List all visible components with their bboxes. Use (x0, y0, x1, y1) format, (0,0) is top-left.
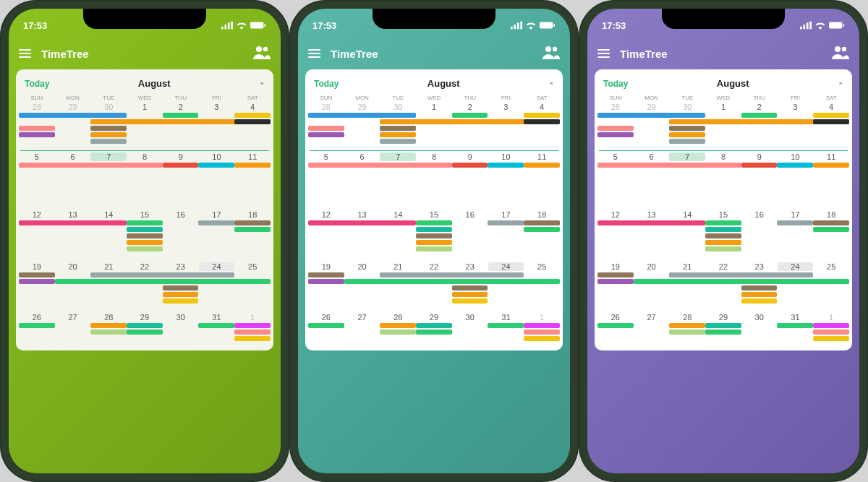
event-bar[interactable] (380, 330, 416, 335)
today-button[interactable]: Today (25, 79, 49, 89)
event-bar[interactable] (524, 336, 560, 341)
event-bar[interactable] (234, 119, 271, 124)
event-bar[interactable] (163, 285, 199, 291)
date-cell[interactable]: 25 (813, 262, 849, 271)
date-cell[interactable]: 2 (163, 103, 199, 111)
people-icon[interactable] (253, 45, 271, 62)
date-cell[interactable]: 28 (380, 313, 416, 322)
date-cell[interactable]: 19 (597, 262, 634, 271)
event-bar[interactable] (669, 330, 705, 335)
event-bar[interactable] (524, 323, 560, 328)
event-bar[interactable] (669, 132, 705, 137)
date-cell[interactable]: 15 (705, 210, 741, 219)
date-cell[interactable]: 29 (416, 313, 452, 322)
event-bar[interactable] (163, 163, 199, 168)
event-bar[interactable] (308, 113, 416, 118)
date-cell[interactable]: 20 (344, 262, 380, 271)
date-cell[interactable]: 17 (488, 210, 524, 219)
date-cell[interactable]: 9 (741, 152, 778, 161)
collapse-icon[interactable]: ⌄⌃ (838, 79, 843, 88)
event-bar[interactable] (90, 330, 127, 335)
date-cell[interactable]: 18 (234, 210, 271, 219)
date-cell[interactable]: 24 (199, 262, 235, 271)
event-bar[interactable] (416, 330, 452, 335)
date-cell[interactable]: 19 (19, 262, 55, 271)
event-bar[interactable] (234, 113, 271, 118)
event-bar[interactable] (198, 220, 234, 225)
date-cell[interactable]: 18 (813, 210, 849, 219)
date-cell[interactable]: 3 (778, 103, 814, 111)
event-bar[interactable] (90, 272, 234, 277)
event-bar[interactable] (705, 240, 741, 245)
menu-icon[interactable] (19, 49, 31, 58)
event-bar[interactable] (90, 132, 127, 137)
date-cell[interactable]: 9 (452, 152, 488, 161)
date-cell[interactable]: 15 (416, 210, 452, 219)
event-bar[interactable] (19, 323, 55, 328)
event-bar[interactable] (669, 126, 705, 131)
event-bar[interactable] (19, 220, 127, 225)
date-cell[interactable]: 6 (55, 152, 91, 161)
date-cell[interactable]: 13 (344, 210, 380, 219)
date-cell[interactable]: 18 (524, 210, 560, 219)
event-bar[interactable] (234, 227, 271, 232)
date-cell[interactable]: 5 (597, 152, 634, 161)
today-button[interactable]: Today (314, 79, 339, 89)
date-cell[interactable]: 17 (199, 210, 235, 219)
date-cell[interactable]: 5 (19, 152, 55, 161)
event-bar[interactable] (597, 132, 634, 137)
event-bar[interactable] (705, 220, 741, 225)
event-bar[interactable] (777, 163, 813, 168)
event-bar[interactable] (55, 279, 271, 284)
event-bar[interactable] (380, 139, 416, 144)
event-bar[interactable] (127, 227, 163, 232)
date-cell[interactable]: 27 (55, 313, 91, 322)
event-bar[interactable] (524, 163, 560, 168)
date-cell[interactable]: 12 (308, 210, 344, 219)
date-cell[interactable]: 1 (416, 103, 452, 111)
date-cell[interactable]: 30 (741, 313, 778, 322)
date-cell[interactable]: 22 (705, 262, 741, 271)
event-bar[interactable] (524, 220, 560, 225)
date-cell[interactable]: 11 (524, 152, 560, 161)
date-cell[interactable]: 17 (778, 210, 814, 219)
date-cell[interactable]: 24 (778, 262, 814, 271)
event-bar[interactable] (19, 113, 127, 118)
date-cell[interactable]: 1 (524, 313, 560, 322)
event-bar[interactable] (741, 292, 778, 297)
calendar-body[interactable]: 2829301234567891011121314151617181920212… (595, 101, 852, 349)
date-cell[interactable]: 12 (19, 210, 55, 219)
event-bar[interactable] (705, 330, 741, 335)
event-bar[interactable] (669, 323, 705, 328)
date-cell[interactable]: 28 (669, 313, 705, 322)
event-bar[interactable] (380, 126, 416, 131)
event-bar[interactable] (344, 279, 560, 284)
date-cell[interactable]: 23 (452, 262, 488, 271)
event-bar[interactable] (308, 272, 344, 277)
event-bar[interactable] (741, 163, 778, 168)
event-bar[interactable] (380, 323, 416, 328)
date-cell[interactable]: 22 (416, 262, 452, 271)
event-bar[interactable] (234, 330, 271, 335)
event-bar[interactable] (452, 285, 488, 291)
date-cell[interactable]: 14 (380, 210, 416, 219)
event-bar[interactable] (813, 113, 849, 118)
event-bar[interactable] (19, 126, 55, 131)
date-cell[interactable]: 30 (163, 313, 199, 322)
event-bar[interactable] (308, 163, 452, 168)
date-cell[interactable]: 10 (488, 152, 524, 161)
event-bar[interactable] (380, 132, 416, 137)
date-cell[interactable]: 20 (634, 262, 670, 271)
event-bar[interactable] (597, 272, 634, 277)
event-bar[interactable] (488, 323, 524, 328)
event-bar[interactable] (452, 298, 488, 304)
date-cell[interactable]: 1 (234, 313, 271, 322)
event-bar[interactable] (741, 285, 778, 291)
date-cell[interactable]: 4 (234, 103, 271, 111)
event-bar[interactable] (597, 220, 705, 225)
date-cell[interactable]: 30 (380, 103, 416, 111)
date-cell[interactable]: 13 (55, 210, 91, 219)
date-cell[interactable]: 30 (452, 313, 488, 322)
date-cell[interactable]: 2 (452, 103, 488, 111)
date-cell[interactable]: 29 (344, 103, 380, 111)
